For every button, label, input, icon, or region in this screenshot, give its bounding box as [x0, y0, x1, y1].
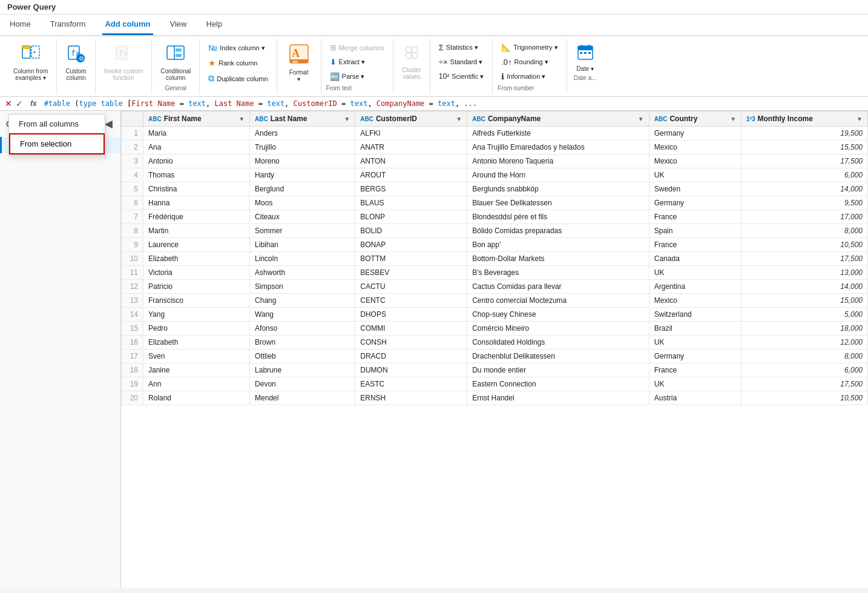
table-row[interactable]: 18 Janine Labrune DUMON Du monde entier … — [122, 363, 868, 377]
table-row[interactable]: 8 Martin Sommer BOLID Bólido Comidas pre… — [122, 224, 868, 238]
table-row[interactable]: 11 Victoria Ashworth BESBEV B's Beverage… — [122, 266, 868, 280]
formula-input[interactable]: #table (type table [First Name = text, L… — [44, 99, 863, 108]
date-button[interactable]: Date ▾ — [572, 41, 599, 75]
duplicate-column-button[interactable]: ⧉ Duplicate column — [205, 71, 271, 85]
svg-rect-27 — [580, 52, 582, 54]
formula-confirm-icon[interactable]: ✓ — [16, 99, 23, 108]
country-cell: UK — [649, 168, 741, 182]
merge-columns-button[interactable]: ⊞ Merge columns — [326, 41, 388, 54]
last-name-cell: Mendel — [250, 391, 355, 405]
last-name-header[interactable]: ABC Last Name ▼ — [250, 111, 355, 127]
country-cell: Argentina — [649, 280, 741, 294]
company-name-cell: Centro comercial Moctezuma — [467, 294, 649, 308]
company-name-header[interactable]: ABC CompanyName ▼ — [467, 111, 649, 127]
format-button[interactable]: AABC123 Format▾ — [283, 41, 315, 85]
svg-rect-1 — [22, 46, 30, 49]
standard-label: Standard ▾ — [450, 58, 483, 66]
monthly-income-cell: 18,000 — [741, 322, 868, 336]
monthly-income-header[interactable]: 1²3 Monthly Income ▼ — [741, 111, 868, 127]
country-cell: Brazil — [649, 322, 741, 336]
table-row[interactable]: 2 Ana Trujillo ANATR Ana Trujillo Emared… — [122, 141, 868, 154]
parse-button[interactable]: 🔤 Parse ▾ — [326, 70, 388, 83]
scientific-button[interactable]: 10² Scientific ▾ — [435, 70, 487, 82]
company-name-cell: Blondesddsl pére et fils — [467, 210, 649, 224]
first-name-cell: Frédérique — [143, 210, 250, 224]
first-name-cell: Ann — [143, 377, 250, 391]
duplicate-column-label: Duplicate column — [217, 75, 268, 82]
country-cell: France — [649, 210, 741, 224]
nav-home[interactable]: Home — [7, 15, 33, 35]
index-column-button[interactable]: № Index column ▾ — [205, 41, 271, 55]
company-name-cell: Eastern Connection — [467, 377, 649, 391]
cluster-values-button[interactable]: Clustervalues — [398, 41, 425, 82]
monthly-income-cell: 10,500 — [741, 391, 868, 405]
information-button[interactable]: ℹ Information ▾ — [498, 70, 561, 83]
table-row[interactable]: 19 Ann Devon EASTC Eastern Connection UK… — [122, 377, 868, 391]
table-row[interactable]: 9 Laurence Libihan BONAP Bon app' France… — [122, 238, 868, 252]
last-name-label: Last Name — [271, 114, 307, 123]
trigonometry-button[interactable]: 📐 Trigonometry ▾ — [498, 41, 561, 54]
table-row[interactable]: 6 Hanna Moos BLAUS Blauer See Delikatess… — [122, 196, 868, 210]
row-number: 15 — [122, 322, 143, 336]
company-name-cell: Comércio Mineiro — [467, 322, 649, 336]
last-name-cell: Berglund — [250, 182, 355, 196]
table-row[interactable]: 14 Yang Wang DHOPS Chop-suey Chinese Swi… — [122, 308, 868, 322]
first-name-filter-button[interactable]: ▼ — [238, 116, 245, 122]
column-from-examples-button[interactable]: + Column fromexamples ▾ — [10, 41, 51, 84]
customer-id-cell: BLONP — [355, 210, 467, 224]
table-row[interactable]: 15 Pedro Afonso COMMI Comércio Mineiro B… — [122, 322, 868, 336]
table-row[interactable]: 17 Sven Ottlieb DRACD Drachenblut Delika… — [122, 350, 868, 363]
from-selection-item[interactable]: From selection — [9, 133, 105, 154]
svg-rect-24 — [578, 46, 593, 50]
standard-button[interactable]: ÷× Standard ▾ — [435, 56, 487, 68]
row-number: 3 — [122, 154, 143, 168]
monthly-income-filter-button[interactable]: ▼ — [856, 116, 863, 122]
country-header[interactable]: ABC Country ▼ — [649, 111, 741, 127]
rank-column-button[interactable]: ★ Rank column — [205, 56, 271, 70]
column-from-examples-dropdown: From all columns From selection — [8, 114, 105, 155]
last-name-cell: Afonso — [250, 322, 355, 336]
table-row[interactable]: 20 Roland Mendel ERNSH Ernst Handel Aust… — [122, 391, 868, 405]
invoke-custom-function-button[interactable]: fx Invoke customfunction — [100, 41, 146, 84]
svg-rect-28 — [584, 52, 587, 54]
company-name-cell: Ernst Handel — [467, 391, 649, 405]
table-row[interactable]: 13 Franscisco Chang CENTC Centro comerci… — [122, 294, 868, 308]
table-row[interactable]: 1 Maria Anders ALFKI Alfreds Futterkiste… — [122, 127, 868, 141]
company-name-cell: Blauer See Delikatessen — [467, 196, 649, 210]
svg-text:fx: fx — [119, 48, 128, 58]
customer-id-header[interactable]: ABC CustomerID ▼ — [355, 111, 467, 127]
conditional-column-button[interactable]: Conditionalcolumn — [157, 41, 194, 84]
extract-button[interactable]: ⬇ Extract ▾ — [326, 56, 388, 68]
svg-text:+: + — [33, 49, 36, 56]
first-name-cell: Antonio — [143, 154, 250, 168]
table-row[interactable]: 5 Christina Berglund BERGS Berglunds sna… — [122, 182, 868, 196]
country-cell: Spain — [649, 224, 741, 238]
last-name-filter-button[interactable]: ▼ — [344, 116, 350, 122]
company-name-cell: Bottom-Dollar Markets — [467, 252, 649, 266]
country-filter-button[interactable]: ▼ — [730, 116, 736, 122]
table-row[interactable]: 3 Antonio Moreno ANTON Antonio Moreno Ta… — [122, 154, 868, 168]
rounding-button[interactable]: .0↑ Rounding ▾ — [498, 56, 561, 68]
column-from-examples-label: Column fromexamples ▾ — [13, 68, 48, 81]
formula-cancel-icon[interactable]: ✕ — [5, 99, 12, 108]
first-name-header[interactable]: ABC First Name ▼ — [143, 111, 250, 127]
statistics-button[interactable]: Σ Statistics ▾ — [435, 41, 487, 54]
custom-column-button[interactable]: fx⚙ Customcolumn — [62, 41, 90, 84]
table-row[interactable]: 16 Elizabeth Brown CONSH Consolidated Ho… — [122, 336, 868, 350]
svg-text:123: 123 — [292, 60, 298, 64]
table-row[interactable]: 12 Patricio Simpson CACTU Cactus Comidas… — [122, 280, 868, 294]
table-row[interactable]: 4 Thomas Hardy AROUT Around the Horn UK … — [122, 168, 868, 182]
from-all-columns-item[interactable]: From all columns — [9, 114, 105, 133]
nav-transform[interactable]: Transform — [48, 15, 88, 35]
nav-help[interactable]: Help — [204, 15, 225, 35]
nav-add-column[interactable]: Add column — [102, 15, 153, 35]
last-name-cell: Ashworth — [250, 266, 355, 280]
merge-columns-icon: ⊞ — [330, 43, 337, 52]
customer-id-filter-button[interactable]: ▼ — [456, 116, 462, 122]
table-row[interactable]: 7 Frédérique Citeaux BLONP Blondesddsl p… — [122, 210, 868, 224]
company-name-filter-button[interactable]: ▼ — [638, 116, 644, 122]
statistics-label: Statistics ▾ — [446, 44, 478, 51]
table-row[interactable]: 10 Elizabeth Lincoln BOTTM Bottom-Dollar… — [122, 252, 868, 266]
nav-view[interactable]: View — [168, 15, 189, 35]
country-type-badge: ABC — [654, 116, 668, 122]
